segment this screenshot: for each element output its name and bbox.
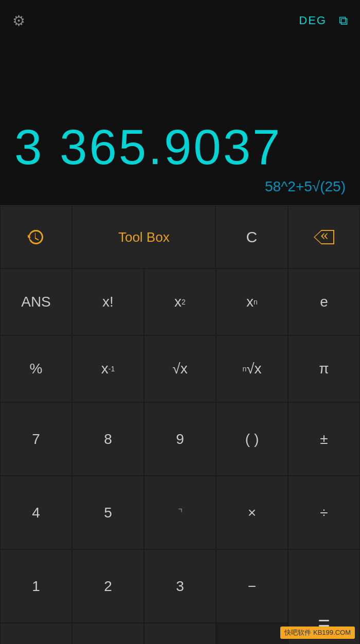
backspace-icon: [313, 229, 335, 245]
row-numbers-3: 1 2 3 −: [0, 549, 288, 623]
settings-icon[interactable]: ⚙: [12, 12, 25, 29]
row-numbers-4: 0 . +: [0, 623, 288, 644]
ans-button[interactable]: ANS: [0, 269, 72, 335]
placeholder-button: [216, 623, 288, 644]
display-area: 3 365.9037 58^2+5√(25): [0, 41, 360, 206]
backspace-button[interactable]: [288, 206, 360, 269]
row-numbers-2: 4 5 ⌝ × ÷: [0, 476, 360, 549]
compound-left: 1 2 3 − 0 . +: [0, 549, 288, 644]
nine-button[interactable]: 9: [144, 402, 216, 476]
parens-button[interactable]: ( ): [216, 402, 288, 476]
one-button[interactable]: 1: [0, 549, 72, 623]
factorial-button[interactable]: x!: [72, 269, 144, 335]
three-button[interactable]: 3: [144, 549, 216, 623]
history-button[interactable]: [0, 206, 72, 269]
toolbox-button[interactable]: Tool Box: [72, 206, 215, 269]
keypad: Tool Box C ANS x! x2 xn e % x-1 √x n√x π…: [0, 206, 360, 644]
nthroot-button[interactable]: n√x: [216, 335, 288, 402]
row-advanced-2: % x-1 √x n√x π: [0, 335, 360, 402]
sqrt-button[interactable]: √x: [144, 335, 216, 402]
four-button[interactable]: 4: [0, 476, 72, 549]
result-display: 3 365.9037: [14, 120, 346, 174]
five-button[interactable]: 5: [72, 476, 144, 549]
eight-button[interactable]: 8: [72, 402, 144, 476]
two-button[interactable]: 2: [72, 549, 144, 623]
clear-button[interactable]: C: [215, 206, 287, 269]
multiply-button[interactable]: ×: [216, 476, 288, 549]
header: ⚙ DEG ⧉: [0, 0, 360, 41]
copy-icon[interactable]: ⧉: [339, 13, 348, 28]
euler-button[interactable]: e: [288, 269, 360, 335]
zero-button[interactable]: 0: [0, 623, 72, 644]
seven-button[interactable]: 7: [0, 402, 72, 476]
power-button[interactable]: xn: [216, 269, 288, 335]
decimal-button[interactable]: .: [72, 623, 144, 644]
pi-button[interactable]: π: [288, 335, 360, 402]
row-advanced-1: ANS x! x2 xn e: [0, 269, 360, 335]
plus-button[interactable]: +: [144, 623, 216, 644]
deg-mode-label[interactable]: DEG: [299, 14, 327, 27]
expression-display: 58^2+5√(25): [14, 178, 346, 195]
percent-button[interactable]: %: [0, 335, 72, 402]
header-right: DEG ⧉: [299, 13, 348, 28]
square-button[interactable]: x2: [144, 269, 216, 335]
watermark: 快吧软件 KB199.COM: [280, 627, 355, 639]
inverse-button[interactable]: x-1: [72, 335, 144, 402]
row-numbers-1: 7 8 9 ( ) ±: [0, 402, 360, 476]
six-button[interactable]: ⌝: [144, 476, 216, 549]
divide-button[interactable]: ÷: [288, 476, 360, 549]
history-icon: [27, 228, 45, 246]
row-utility: Tool Box C: [0, 206, 360, 269]
plusminus-button[interactable]: ±: [288, 402, 360, 476]
minus-button[interactable]: −: [216, 549, 288, 623]
